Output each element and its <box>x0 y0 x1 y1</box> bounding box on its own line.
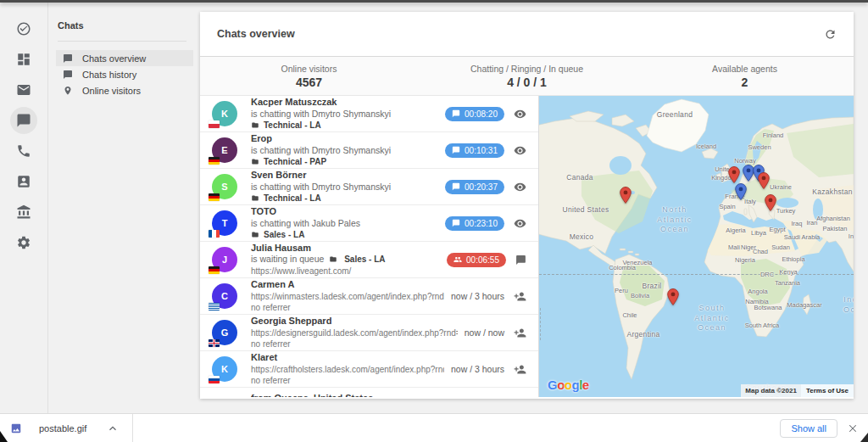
folder-icon <box>251 121 259 129</box>
show-all-button[interactable]: Show all <box>780 419 837 438</box>
chat-row[interactable]: K Kacper Matuszczak is chatting with Dmy… <box>200 96 538 132</box>
chevron-up-icon[interactable] <box>107 422 119 434</box>
map-landmass <box>539 96 854 397</box>
flag-de-icon <box>209 266 220 274</box>
check-circle-icon[interactable] <box>10 15 37 42</box>
refresh-icon[interactable] <box>820 24 840 44</box>
sidebar-item-chats-overview[interactable]: Chats overview <box>56 50 193 66</box>
visitor-name: Georgia Sheppard <box>251 316 458 327</box>
terms-of-use-link[interactable]: Terms of Use <box>801 384 854 397</box>
chat-duration-badge: 00:20:37 <box>445 180 504 194</box>
avatar: K <box>212 356 237 382</box>
visitor-status: is chatting with Jakub Pales <box>251 218 438 229</box>
chat-row[interactable]: T TOTO is chatting with Jakub Pales Sale… <box>200 205 538 242</box>
sidebar-title: Chats <box>49 3 200 31</box>
chat-row[interactable]: S Sven Börner is chatting with Dmytro Sh… <box>200 169 538 205</box>
chat-duration-badge: 00:08:20 <box>445 107 504 121</box>
department: Technical - LA <box>251 120 438 131</box>
downloads-divider <box>132 414 133 442</box>
visit-duration: now / 3 hours <box>451 291 504 301</box>
mouse-cursor <box>860 433 868 442</box>
folder-icon <box>329 255 337 263</box>
downloads-bar: postable.gif Show all <box>0 413 868 442</box>
sidebar-item-online-visitors[interactable]: Online visitors <box>56 82 193 98</box>
world-map[interactable]: GreenlandIcelandCanadaUnited StatesMexic… <box>539 96 854 397</box>
download-item[interactable]: postable.gif <box>0 414 132 442</box>
queue-people-icon <box>453 255 462 264</box>
dashboard-icon[interactable] <box>10 46 37 73</box>
avatar: K <box>212 101 237 126</box>
visitor-name: Julia Hausam <box>251 243 440 254</box>
person-add-icon[interactable] <box>514 363 526 376</box>
map-marker-red[interactable] <box>620 187 632 204</box>
avatar: J <box>212 247 237 272</box>
chat-icon <box>63 53 73 64</box>
sidebar-item-chats-history[interactable]: Chats history <box>56 66 193 82</box>
google-logo[interactable]: Google <box>548 378 589 392</box>
eye-icon[interactable] <box>514 108 526 120</box>
phone-icon[interactable] <box>10 137 37 165</box>
chat-list: K Kacper Matuszczak is chatting with Dmy… <box>200 96 539 397</box>
meridian-dashed-line <box>540 308 541 340</box>
stat-chatting-ringing-queue: Chatting / Ringing / In queue 4 / 0 / 1 <box>418 64 636 89</box>
chat-row[interactable]: K Klaret https://craftholsters.ladesk.co… <box>200 351 538 388</box>
chat-row[interactable]: J Julia Hausam is waiting in queue Sales… <box>200 242 538 278</box>
stat-online-visitors: Online visitors 4567 <box>200 64 418 89</box>
stats-bar: Online visitors 4567 Chatting / Ringing … <box>200 57 854 96</box>
map-marker-blue[interactable] <box>735 183 747 200</box>
contact-card-icon[interactable] <box>10 168 37 195</box>
chats-sidebar: Chats Chats overview Chats history Onlin… <box>49 3 200 413</box>
eye-icon[interactable] <box>514 144 526 157</box>
visitor-referrer: no referrer <box>251 302 444 313</box>
department: Technical - PAP <box>251 156 438 167</box>
visitor-name: Sven Börner <box>251 170 438 181</box>
mouse-cursor <box>0 431 8 442</box>
avatar: S <box>212 174 237 199</box>
chat-row[interactable]: E Erop is chatting with Dmytro Shymansky… <box>200 132 538 169</box>
chat-duration-badge: 00:23:10 <box>445 216 504 231</box>
visitor-name: TOTO <box>251 206 438 217</box>
folder-icon <box>251 194 259 202</box>
equator-dashed-line <box>539 274 854 275</box>
chat-row[interactable]: G Georgia Sheppard https://designersguil… <box>200 315 538 351</box>
chat-icon <box>452 182 460 191</box>
location-pin-icon <box>63 86 73 96</box>
chatting-ringing-queue-count: 4 / 0 / 1 <box>418 76 636 89</box>
settings-gear-icon[interactable] <box>10 229 37 256</box>
chat-icon[interactable] <box>10 107 37 134</box>
department: Sales - LA <box>251 229 438 240</box>
visitor-name: Carmen A <box>251 279 444 290</box>
chats-overview-panel: Chats overview Online visitors 4567 Chat… <box>200 12 854 399</box>
mail-icon[interactable] <box>10 76 37 104</box>
visitor-referrer: no referrer <box>251 338 458 350</box>
eye-icon[interactable] <box>514 181 526 193</box>
map-marker-red[interactable] <box>667 288 679 305</box>
chat-duration-badge: 00:10:31 <box>445 143 504 158</box>
map-marker-red[interactable] <box>758 172 770 189</box>
flag-sk-icon <box>209 376 220 383</box>
eye-icon[interactable] <box>514 217 526 230</box>
chat-bubble-icon[interactable] <box>515 255 526 266</box>
flag-gb-icon <box>209 339 220 347</box>
queue-duration-badge: 00:06:55 <box>447 253 506 267</box>
chat-row[interactable]: C Carmen A https://winmasters.ladesk.com… <box>200 278 538 315</box>
chat-icon <box>452 146 460 154</box>
map-marker-red[interactable] <box>728 166 740 183</box>
sidebar-item-label: Chats history <box>82 70 136 80</box>
visitor-location: from Queens, United States <box>251 393 526 397</box>
visitor-status: is chatting with Dmytro Shymanskyi <box>251 182 438 193</box>
map-marker-red[interactable] <box>765 194 776 211</box>
visitor-url: https://designersguild.ladesk.com/agent/… <box>251 327 458 338</box>
person-add-icon[interactable] <box>514 327 526 339</box>
folder-icon <box>251 231 259 238</box>
visit-duration: now / now <box>465 327 504 338</box>
map-attribution: Map data ©2021 Terms of Use <box>741 384 854 397</box>
person-add-icon[interactable] <box>514 290 526 303</box>
panel-content: K Kacper Matuszczak is chatting with Dmy… <box>200 96 854 397</box>
visitor-status: is waiting in queue Sales - LA <box>251 254 440 266</box>
sidebar-item-label: Chats overview <box>82 53 146 64</box>
bank-icon[interactable] <box>10 199 37 226</box>
close-icon[interactable] <box>848 423 858 434</box>
chat-row[interactable]: from Queens, United States <box>200 388 538 397</box>
visitor-name: Kacper Matuszczak <box>251 97 438 108</box>
